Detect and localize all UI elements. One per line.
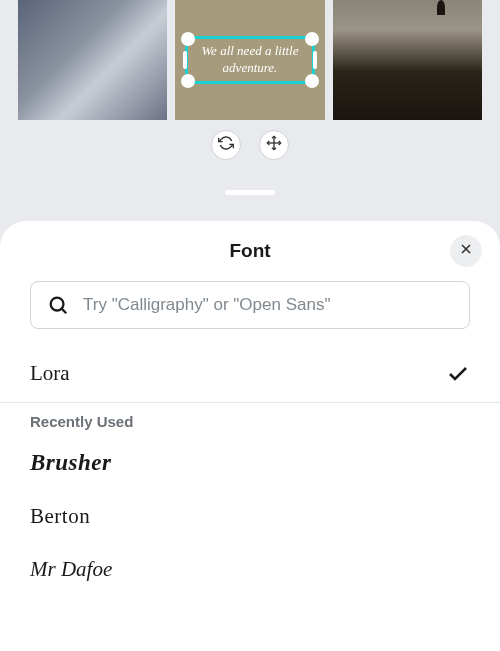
sheet-grabber[interactable] [225,190,275,195]
close-icon [458,241,474,261]
font-name-mrdafoe: Mr Dafoe [30,557,112,582]
rotate-button[interactable] [211,130,241,160]
canvas-toolbar [0,130,500,190]
sheet-header: Font [0,221,500,281]
resize-handle-left[interactable] [183,51,187,69]
font-list: Lora Recently Used Brusher Berton Mr Daf… [0,347,500,651]
svg-point-4 [51,298,64,311]
font-sheet: Font Lora [0,221,500,651]
rotate-icon [218,135,234,155]
slide-center[interactable]: We all need a little adventure. [175,0,324,120]
font-row-lora[interactable]: Lora [0,347,500,403]
sheet-title: Font [229,240,270,262]
resize-handle-top-right[interactable] [305,32,319,46]
resize-handle-bottom-left[interactable] [181,74,195,88]
font-row-brusher[interactable]: Brusher [0,436,500,490]
resize-handle-bottom-right[interactable] [305,74,319,88]
close-button[interactable] [450,235,482,267]
move-icon [266,135,282,155]
slide-right[interactable] [333,0,482,120]
font-name-berton: Berton [30,504,90,529]
text-selection-box[interactable]: We all need a little adventure. [185,36,315,84]
selected-text-content[interactable]: We all need a little adventure. [198,43,302,77]
font-name-brusher: Brusher [30,450,111,476]
recently-used-header: Recently Used [0,403,500,436]
font-name-lora: Lora [30,361,70,386]
sheet-grabber-wrap [0,190,500,203]
search-input[interactable] [83,295,453,315]
svg-line-5 [62,309,66,313]
font-row-mrdafoe[interactable]: Mr Dafoe [0,543,500,596]
move-button[interactable] [259,130,289,160]
search-wrap [0,281,500,347]
search-icon [47,294,69,316]
canvas-area: We all need a little adventure. [0,0,500,130]
search-box[interactable] [30,281,470,329]
slide-left[interactable] [18,0,167,120]
resize-handle-top-left[interactable] [181,32,195,46]
resize-handle-right[interactable] [313,51,317,69]
check-icon [446,362,470,386]
font-row-berton[interactable]: Berton [0,490,500,543]
silhouette-figure [437,0,445,15]
